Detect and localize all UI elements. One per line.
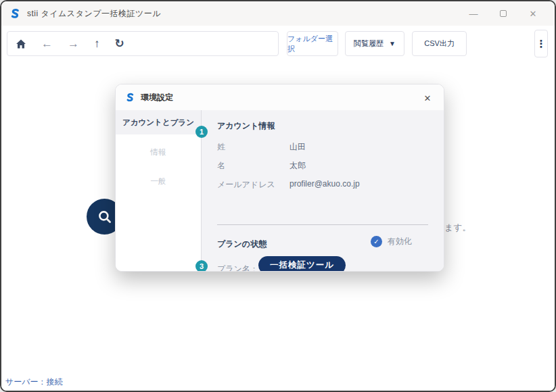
- titlebar: stii タイムスタンプ一括検証ツール — ✕: [1, 1, 555, 26]
- dialog-header: 環境設定 ✕: [116, 84, 444, 110]
- firstname-value: 太郎: [289, 160, 306, 172]
- section-divider: [217, 224, 428, 225]
- back-icon[interactable]: ←: [41, 38, 53, 49]
- refresh-icon[interactable]: ↻: [115, 38, 124, 49]
- plan-name-badge: 一括検証ツール: [258, 256, 346, 272]
- dialog-content: 1 アカウント情報 姓 山田 名 太郎 メールアドレス profiler@aku…: [202, 110, 444, 271]
- folder-select-label: フォルダー選択: [287, 34, 338, 54]
- history-label: 閲覧履歴: [354, 39, 384, 49]
- more-menu-button[interactable]: ⋮: [534, 30, 548, 57]
- forward-icon[interactable]: →: [68, 38, 79, 49]
- folder-select-button[interactable]: フォルダー選択: [287, 31, 338, 56]
- tab-account-and-plan[interactable]: アカウントとプラン: [116, 110, 201, 134]
- dialog-logo-icon: [125, 93, 135, 103]
- dialog-sidebar: アカウントとプラン 情報 一般: [116, 110, 202, 271]
- navigation-bar: ← → ↑ ↻: [7, 31, 279, 56]
- server-status: サーバー：接続: [5, 376, 63, 388]
- kebab-icon: ⋮: [536, 38, 547, 50]
- plan-name-label: プラン名：: [217, 264, 258, 272]
- dialog-title: 環境設定: [141, 92, 173, 103]
- settings-dialog: 環境設定 ✕ アカウントとプラン 情報 一般 1 アカウント情報 姓 山田: [115, 84, 444, 272]
- app-window: stii タイムスタンプ一括検証ツール — ✕ ← → ↑ ↻ フォルダー選択 …: [0, 0, 556, 392]
- email-label: メールアドレス: [217, 179, 285, 191]
- search-icon: [96, 208, 114, 226]
- email-value: profiler@akuo.co.jp: [289, 179, 360, 189]
- step-badge-1: 1: [195, 126, 208, 138]
- hint-text-partial: ます。: [444, 222, 471, 234]
- history-button[interactable]: 閲覧履歴 ▼: [345, 31, 404, 56]
- minimize-button[interactable]: —: [459, 3, 488, 24]
- lastname-value: 山田: [289, 141, 306, 153]
- csv-export-label: CSV出力: [424, 39, 455, 49]
- activation-status: ✓ 有効化: [371, 236, 412, 247]
- maximize-icon: [500, 10, 507, 17]
- lastname-label: 姓: [217, 141, 285, 153]
- account-info-heading: アカウント情報: [217, 121, 275, 130]
- close-button[interactable]: ✕: [518, 3, 548, 24]
- status-bar: サーバー：接続: [1, 373, 555, 391]
- activation-label: 有効化: [388, 236, 412, 247]
- step-badge-3: 3: [195, 260, 208, 272]
- check-icon: ✓: [371, 236, 382, 247]
- tab-general[interactable]: 一般: [116, 169, 201, 193]
- maximize-button[interactable]: [488, 3, 518, 24]
- csv-export-button[interactable]: CSV出力: [412, 31, 467, 56]
- toolbar: ← → ↑ ↻ フォルダー選択 閲覧履歴 ▼ CSV出力 ⋮: [1, 30, 555, 58]
- plan-name-row: 3 プラン名：: [217, 262, 258, 272]
- app-logo-icon: [9, 8, 21, 20]
- up-icon[interactable]: ↑: [94, 38, 100, 49]
- plan-status-heading: プランの状態: [217, 239, 267, 249]
- plan-status-row: 2 プランの状態: [217, 237, 267, 250]
- tab-info[interactable]: 情報: [116, 140, 201, 164]
- window-title: stii タイムスタンプ一括検証ツール: [27, 8, 161, 20]
- chevron-down-icon: ▼: [389, 40, 396, 47]
- dialog-close-button[interactable]: ✕: [419, 90, 436, 106]
- firstname-label: 名: [217, 160, 285, 172]
- home-icon[interactable]: [16, 39, 26, 49]
